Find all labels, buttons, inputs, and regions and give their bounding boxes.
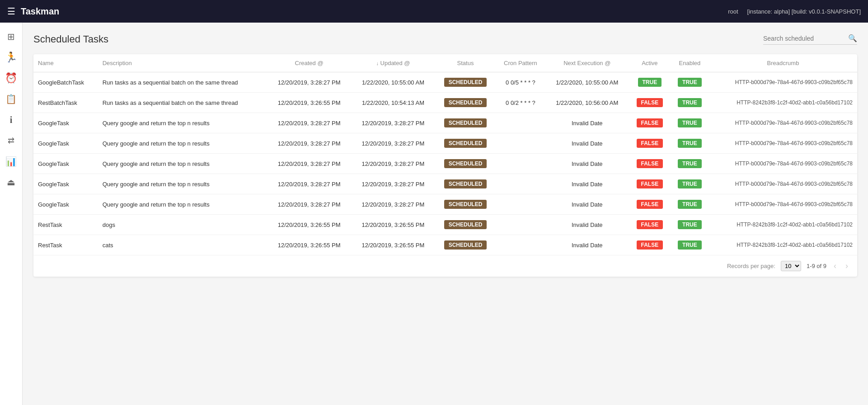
cell-name: GoogleBatchTask — [33, 72, 98, 93]
cell-enabled: TRUE — [671, 133, 709, 154]
cell-cron-pattern: 0 0/5 * * * ? — [496, 72, 545, 93]
cell-updated-at: 12/20/2019, 3:26:55 PM — [351, 215, 435, 235]
cell-enabled: TRUE — [671, 113, 709, 133]
col-header-description[interactable]: Description — [98, 54, 267, 72]
table-row[interactable]: GoogleBatchTask Run tasks as a sequentia… — [33, 72, 857, 93]
cell-enabled: TRUE — [671, 154, 709, 174]
sidebar-item-transfer[interactable]: ⇄ — [0, 130, 23, 151]
cell-updated-at: 12/20/2019, 3:28:27 PM — [351, 154, 435, 174]
cell-next-execution: Invalid Date — [545, 154, 629, 174]
scheduled-tasks-table: Name Description Created @ ↓ Updated @ S… — [33, 54, 857, 255]
sidebar-item-chart[interactable]: 📊 — [0, 151, 23, 172]
col-header-name[interactable]: Name — [33, 54, 98, 72]
cell-updated-at: 12/20/2019, 3:26:55 PM — [351, 235, 435, 255]
page-title: Scheduled Tasks — [33, 33, 108, 45]
search-box: 🔍 — [763, 34, 857, 45]
cell-description: Query google and return the top n result… — [98, 174, 267, 194]
cell-status: SCHEDULED — [435, 93, 496, 113]
status-badge: SCHEDULED — [444, 240, 487, 250]
cell-name: RestTask — [33, 235, 98, 255]
sidebar-item-logout[interactable]: ⏏ — [0, 172, 23, 193]
cell-breadcrumb: HTTP-b000d79e-78a4-467d-9903-c09b2bf65c7… — [709, 72, 857, 93]
cell-active: FALSE — [629, 174, 671, 194]
cell-updated-at: 12/20/2019, 3:28:27 PM — [351, 113, 435, 133]
cell-status: SCHEDULED — [435, 154, 496, 174]
cell-enabled: TRUE — [671, 194, 709, 215]
topbar-instance-info: [instance: alpha] [build: v0.0.1-SNAPSHO… — [747, 8, 861, 15]
pagination: Records per page: 10 5 25 50 1-9 of 9 ‹ … — [33, 255, 857, 277]
cell-breadcrumb: HTTP-8242b3f8-1c2f-40d2-abb1-c0a56bd1710… — [709, 93, 857, 113]
sidebar-item-info[interactable]: i — [0, 109, 23, 130]
col-header-cron[interactable]: Cron Pattern — [496, 54, 545, 72]
table-row[interactable]: GoogleTask Query google and return the t… — [33, 174, 857, 194]
cell-name: GoogleTask — [33, 174, 98, 194]
col-header-next-exec[interactable]: Next Execution @ — [545, 54, 629, 72]
col-header-enabled[interactable]: Enabled — [671, 54, 709, 72]
cell-next-execution: Invalid Date — [545, 174, 629, 194]
table-container: Name Description Created @ ↓ Updated @ S… — [33, 54, 857, 277]
enabled-badge: TRUE — [678, 220, 702, 229]
cell-status: SCHEDULED — [435, 215, 496, 235]
cell-next-execution: Invalid Date — [545, 194, 629, 215]
pagination-next-button[interactable]: › — [844, 261, 850, 271]
cell-status: SCHEDULED — [435, 133, 496, 154]
table-row[interactable]: GoogleTask Query google and return the t… — [33, 133, 857, 154]
enabled-badge: TRUE — [678, 98, 702, 107]
table-header-row: Name Description Created @ ↓ Updated @ S… — [33, 54, 857, 72]
col-header-status[interactable]: Status — [435, 54, 496, 72]
sidebar-item-run[interactable]: 🏃 — [0, 47, 23, 68]
col-header-breadcrumb[interactable]: Breadcrumb — [709, 54, 857, 72]
sidebar-item-book[interactable]: 📋 — [0, 89, 23, 109]
status-badge: SCHEDULED — [444, 179, 487, 188]
enabled-badge: TRUE — [678, 159, 702, 168]
active-badge: FALSE — [637, 139, 663, 148]
sidebar-item-scheduled[interactable]: ⏰ — [0, 68, 23, 89]
col-header-created[interactable]: Created @ — [267, 54, 351, 72]
cell-created-at: 12/20/2019, 3:26:55 PM — [267, 93, 351, 113]
main-content: Scheduled Tasks 🔍 Name Description Creat… — [23, 23, 868, 405]
cell-enabled: TRUE — [671, 93, 709, 113]
cell-status: SCHEDULED — [435, 113, 496, 133]
table-row[interactable]: GoogleTask Query google and return the t… — [33, 113, 857, 133]
cell-updated-at: 12/20/2019, 3:28:27 PM — [351, 174, 435, 194]
cell-updated-at: 1/22/2020, 10:54:13 AM — [351, 93, 435, 113]
pagination-prev-button[interactable]: ‹ — [832, 261, 838, 271]
cell-description: Query google and return the top n result… — [98, 113, 267, 133]
cell-created-at: 12/20/2019, 3:28:27 PM — [267, 174, 351, 194]
enabled-badge: TRUE — [678, 179, 702, 188]
cell-description: Run tasks as a sequential batch on the s… — [98, 72, 267, 93]
col-header-updated[interactable]: ↓ Updated @ — [351, 54, 435, 72]
cell-cron-pattern — [496, 215, 545, 235]
cell-cron-pattern — [496, 174, 545, 194]
cell-active: FALSE — [629, 154, 671, 174]
active-badge: FALSE — [637, 179, 663, 188]
search-icon[interactable]: 🔍 — [848, 34, 857, 42]
records-per-page-select[interactable]: 10 5 25 50 — [781, 261, 801, 271]
cell-enabled: TRUE — [671, 72, 709, 93]
cell-created-at: 12/20/2019, 3:26:55 PM — [267, 235, 351, 255]
cell-description: Query google and return the top n result… — [98, 194, 267, 215]
main-wrapper: ⊞ 🏃 ⏰ 📋 i ⇄ 📊 ⏏ Scheduled Tasks 🔍 Name D… — [0, 23, 868, 405]
search-input[interactable] — [763, 35, 845, 42]
status-badge: SCHEDULED — [444, 98, 487, 107]
table-row[interactable]: GoogleTask Query google and return the t… — [33, 154, 857, 174]
table-row[interactable]: RestTask dogs 12/20/2019, 3:26:55 PM 12/… — [33, 215, 857, 235]
table-row[interactable]: RestBatchTask Run tasks as a sequential … — [33, 93, 857, 113]
table-body: GoogleBatchTask Run tasks as a sequentia… — [33, 72, 857, 255]
cell-next-execution: Invalid Date — [545, 133, 629, 154]
enabled-badge: TRUE — [678, 240, 702, 250]
active-badge: TRUE — [638, 78, 662, 87]
table-row[interactable]: GoogleTask Query google and return the t… — [33, 194, 857, 215]
hamburger-icon[interactable]: ☰ — [7, 6, 15, 17]
table-row[interactable]: RestTask cats 12/20/2019, 3:26:55 PM 12/… — [33, 235, 857, 255]
cell-cron-pattern — [496, 133, 545, 154]
active-badge: FALSE — [637, 159, 663, 168]
cell-name: RestTask — [33, 215, 98, 235]
cell-cron-pattern — [496, 235, 545, 255]
cell-description: Run tasks as a sequential batch on the s… — [98, 93, 267, 113]
enabled-badge: TRUE — [678, 200, 702, 209]
sidebar-item-dashboard[interactable]: ⊞ — [0, 26, 23, 47]
cell-breadcrumb: HTTP-b000d79e-78a4-467d-9903-c09b2bf65c7… — [709, 154, 857, 174]
col-header-active[interactable]: Active — [629, 54, 671, 72]
active-badge: FALSE — [637, 220, 663, 229]
